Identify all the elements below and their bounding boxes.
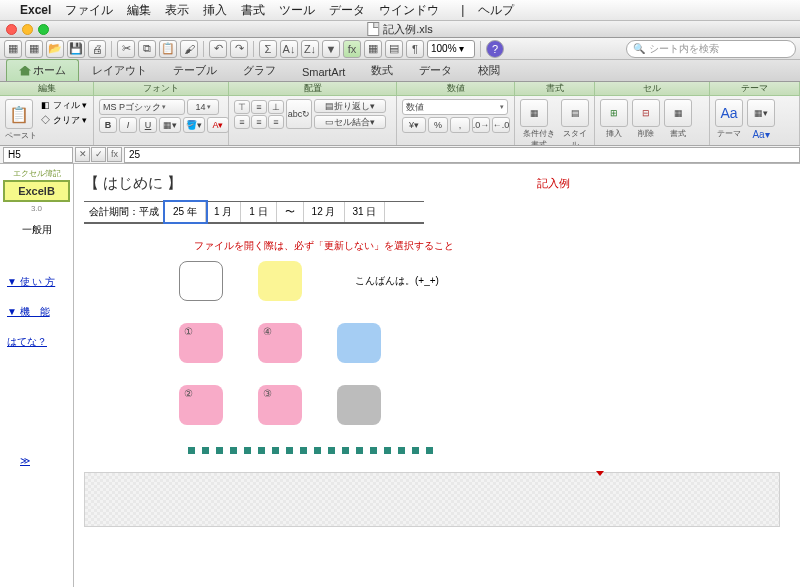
paste-big-button[interactable]: 📋 bbox=[5, 99, 33, 129]
minimize-window-button[interactable] bbox=[22, 24, 33, 35]
sidebar-link-usage[interactable]: ▼ 使 い 方 bbox=[7, 275, 66, 289]
align-right[interactable]: ≡ bbox=[268, 115, 284, 129]
orientation-button[interactable]: abc↻ bbox=[286, 99, 312, 129]
clear-button[interactable]: ◇ クリア ▾ bbox=[41, 114, 87, 127]
tab-data[interactable]: データ bbox=[406, 59, 465, 81]
save-button[interactable]: 💾 bbox=[67, 40, 85, 58]
font-color-button[interactable]: A▾ bbox=[207, 117, 229, 133]
qat-btn-2[interactable]: ▦ bbox=[25, 40, 43, 58]
theme-font-button[interactable]: Aa▾ bbox=[747, 129, 775, 140]
insert-button[interactable]: ⊞ bbox=[600, 99, 628, 127]
percent-button[interactable]: % bbox=[428, 117, 448, 133]
sidebar-link-features[interactable]: ▼ 機 能 bbox=[7, 305, 66, 319]
border-button[interactable]: ▦▾ bbox=[159, 117, 181, 133]
italic-button[interactable]: I bbox=[119, 117, 137, 133]
period-year[interactable]: 25 年 bbox=[165, 202, 206, 222]
menu-data[interactable]: データ bbox=[329, 2, 365, 19]
align-bottom[interactable]: ⊥ bbox=[268, 100, 284, 114]
fill-color-button[interactable]: 🪣▾ bbox=[183, 117, 205, 133]
sample-box-white[interactable] bbox=[179, 261, 223, 301]
show-hide-button[interactable]: ¶ bbox=[406, 40, 424, 58]
currency-button[interactable]: ¥▾ bbox=[402, 117, 426, 133]
sample-box-pink-4[interactable]: ④ bbox=[258, 323, 302, 363]
menu-edit[interactable]: 編集 bbox=[127, 2, 151, 19]
chart-button[interactable]: ▤ bbox=[385, 40, 403, 58]
format-painter-button[interactable]: 🖌 bbox=[180, 40, 198, 58]
menu-insert[interactable]: 挿入 bbox=[203, 2, 227, 19]
merge-button[interactable]: ▭ セル結合 ▾ bbox=[314, 115, 386, 129]
theme-button[interactable]: Aa bbox=[715, 99, 743, 127]
menu-view[interactable]: 表示 bbox=[165, 2, 189, 19]
tab-formula[interactable]: 数式 bbox=[358, 59, 406, 81]
sample-box-pink-2[interactable]: ② bbox=[179, 385, 223, 425]
bold-button[interactable]: B bbox=[99, 117, 117, 133]
delete-button[interactable]: ⊟ bbox=[632, 99, 660, 127]
fx-button[interactable]: fx bbox=[343, 40, 361, 58]
font-name-combo[interactable]: MS Pゴシック▾ bbox=[99, 99, 185, 115]
menu-tools[interactable]: ツール bbox=[279, 2, 315, 19]
dec-decimal[interactable]: ←.0 bbox=[492, 117, 510, 133]
inc-decimal[interactable]: .0→ bbox=[472, 117, 490, 133]
tab-home[interactable]: ホーム bbox=[6, 59, 79, 81]
zoom-combo[interactable]: 100% ▾ bbox=[427, 40, 475, 58]
align-middle[interactable]: ≡ bbox=[251, 100, 267, 114]
toolbox-button[interactable]: ▦ bbox=[364, 40, 382, 58]
qat-btn-1[interactable]: ▦ bbox=[4, 40, 22, 58]
search-box[interactable]: 🔍 シート内を検索 bbox=[626, 40, 796, 58]
underline-button[interactable]: U bbox=[139, 117, 157, 133]
autosum-button[interactable]: Σ bbox=[259, 40, 277, 58]
align-top[interactable]: ⊤ bbox=[234, 100, 250, 114]
app-menu[interactable]: Excel bbox=[20, 3, 51, 17]
menu-format[interactable]: 書式 bbox=[241, 2, 265, 19]
copy-button[interactable]: ⧉ bbox=[138, 40, 156, 58]
print-button[interactable]: 🖨 bbox=[88, 40, 106, 58]
period-end-day[interactable]: 31 日 bbox=[345, 202, 386, 222]
zoom-window-button[interactable] bbox=[38, 24, 49, 35]
theme-colors-button[interactable]: ▦▾ bbox=[747, 99, 775, 127]
period-end-month[interactable]: 12 月 bbox=[304, 202, 345, 222]
formula-input[interactable]: 25 bbox=[124, 147, 800, 163]
open-button[interactable]: 📂 bbox=[46, 40, 64, 58]
tab-review[interactable]: 校閲 bbox=[465, 59, 513, 81]
paste-button[interactable]: 📋 bbox=[159, 40, 177, 58]
menu-file[interactable]: ファイル bbox=[65, 2, 113, 19]
fb-fx[interactable]: fx bbox=[107, 147, 122, 162]
redo-button[interactable]: ↷ bbox=[230, 40, 248, 58]
cond-format-button[interactable]: ▦ bbox=[520, 99, 548, 127]
sample-box-pink-3[interactable]: ③ bbox=[258, 385, 302, 425]
cut-button[interactable]: ✂ bbox=[117, 40, 135, 58]
worksheet[interactable]: 【 はじめに 】 記入例 会計期間：平成 25 年 1 月 1 日 〜 12 月… bbox=[74, 164, 800, 587]
align-center[interactable]: ≡ bbox=[251, 115, 267, 129]
fill-button[interactable]: ◧ フィル ▾ bbox=[41, 99, 87, 112]
tab-layout[interactable]: レイアウト bbox=[79, 59, 160, 81]
menu-window[interactable]: ウインドウ bbox=[379, 2, 439, 19]
sidebar-up-link[interactable]: ≫ bbox=[20, 455, 30, 466]
comma-button[interactable]: , bbox=[450, 117, 470, 133]
styles-button[interactable]: ▤ bbox=[561, 99, 589, 127]
tab-chart[interactable]: グラフ bbox=[230, 59, 289, 81]
period-start-day[interactable]: 1 日 bbox=[241, 202, 276, 222]
sidebar-link-help[interactable]: はてな？ bbox=[7, 335, 66, 349]
tab-table[interactable]: テーブル bbox=[160, 59, 230, 81]
number-format-combo[interactable]: 数値▾ bbox=[402, 99, 508, 115]
align-left[interactable]: ≡ bbox=[234, 115, 250, 129]
format-button[interactable]: ▦ bbox=[664, 99, 692, 127]
undo-button[interactable]: ↶ bbox=[209, 40, 227, 58]
close-window-button[interactable] bbox=[6, 24, 17, 35]
font-size-combo[interactable]: 14▾ bbox=[187, 99, 219, 115]
fb-confirm[interactable]: ✓ bbox=[91, 147, 106, 162]
sample-box-yellow[interactable] bbox=[258, 261, 302, 301]
period-start-month[interactable]: 1 月 bbox=[206, 202, 241, 222]
name-box[interactable]: H5 bbox=[3, 147, 73, 163]
tab-smartart[interactable]: SmartArt bbox=[289, 62, 358, 81]
help-button[interactable]: ? bbox=[486, 40, 504, 58]
sort-asc-button[interactable]: A↓ bbox=[280, 40, 298, 58]
filter-button[interactable]: ▼ bbox=[322, 40, 340, 58]
sample-box-gray[interactable] bbox=[337, 385, 381, 425]
sample-box-pink-1[interactable]: ① bbox=[179, 323, 223, 363]
fb-cancel[interactable]: ✕ bbox=[75, 147, 90, 162]
sort-desc-button[interactable]: Z↓ bbox=[301, 40, 319, 58]
wrap-button[interactable]: ▤ 折り返し ▾ bbox=[314, 99, 386, 113]
comment-cell[interactable] bbox=[84, 472, 780, 527]
menu-help[interactable]: ヘルプ bbox=[478, 2, 514, 19]
